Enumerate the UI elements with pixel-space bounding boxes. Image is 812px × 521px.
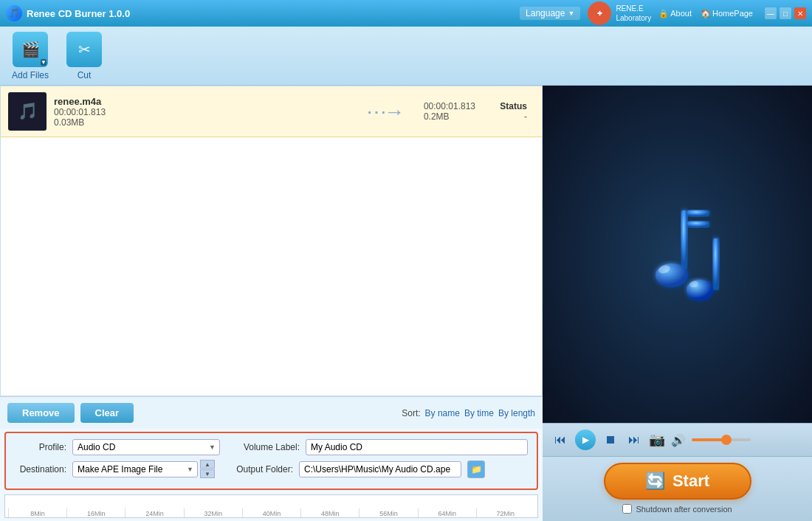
source-size: 0.03MB (54, 117, 344, 128)
about-btn[interactable]: 🔒 About (658, 9, 692, 18)
preview-area (543, 86, 812, 423)
right-panel: ⏮ ▶ ⏹ ⏭ 📷 🔊 🔄 Start Shutdown after conve… (543, 86, 812, 521)
close-button[interactable]: ✕ (794, 7, 806, 19)
start-label: Start (672, 472, 709, 491)
minimize-button[interactable]: — (765, 7, 777, 19)
left-panel: 🎵 renee.m4a 00:00:01.813 0.03MB ⋯→ 00:00… (0, 86, 543, 521)
app-logo: 🎵 (6, 5, 22, 21)
clear-button[interactable]: Clear (80, 403, 134, 423)
language-btn[interactable]: Language ▼ (520, 7, 580, 20)
rene-logo-text: RENE.ELaboratory (616, 4, 651, 23)
tick-24: 24Min (125, 508, 183, 517)
remove-button[interactable]: Remove (7, 403, 75, 423)
profile-label: Profile: (15, 442, 66, 452)
language-label: Language (526, 8, 565, 18)
app-title: Renee CD Burner 1.0.0 (27, 8, 520, 19)
action-bar: Remove Clear Sort: By name By time By le… (0, 396, 543, 429)
filename: renee.m4a (54, 96, 344, 107)
timeline-ticks: 8Min 16Min 24Min 32Min 40Min 48Min 56Min… (5, 495, 537, 517)
status-label: Status (483, 101, 527, 111)
destination-select-wrap: Make APE Image File (72, 461, 198, 477)
music-thumb-icon: 🎵 (18, 102, 38, 121)
player-controls: ⏮ ▶ ⏹ ⏭ 📷 🔊 (543, 423, 812, 456)
cut-icon: ✂ (78, 41, 91, 58)
up-button[interactable]: ▲ (200, 460, 215, 469)
start-button[interactable]: 🔄 Start (604, 463, 751, 500)
file-list: 🎵 renee.m4a 00:00:01.813 0.03MB ⋯→ 00:00… (0, 86, 543, 396)
up-down-buttons: ▲ ▼ (200, 460, 215, 478)
shutdown-option: Shutdown after conversion (622, 504, 732, 514)
cut-btn[interactable]: ✂ Cut (66, 32, 102, 80)
rene-logo: ✚ RENE.ELaboratory (588, 1, 651, 25)
volume-label-input[interactable] (306, 439, 528, 455)
tick-64: 64Min (418, 508, 476, 517)
svg-rect-0 (681, 210, 687, 269)
svg-point-4 (687, 280, 713, 300)
rene-logo-icon: ✚ (588, 1, 611, 25)
destination-controls: Make APE Image File ▲ ▼ (72, 460, 215, 478)
toolbar: 🎬 ▼ Add Files ✂ Cut (0, 27, 812, 86)
sort-by-name[interactable]: By name (425, 408, 460, 418)
volume-icon: 🔊 (671, 433, 686, 447)
shutdown-label: Shutdown after conversion (636, 505, 732, 514)
volume-label-text: Volume Label: (241, 442, 300, 452)
header-right: Language ▼ ✚ RENE.ELaboratory 🔒 About 🏠 … (520, 1, 806, 25)
cut-icon-wrap: ✂ (66, 32, 102, 67)
add-files-icon-wrap: 🎬 ▼ (13, 32, 48, 67)
sort-label: Sort: (402, 408, 420, 418)
destination-select[interactable]: Make APE Image File (72, 461, 198, 477)
play-button[interactable]: ▶ (575, 429, 596, 450)
file-thumbnail: 🎵 (8, 92, 47, 131)
add-files-icon: 🎬 (21, 41, 40, 58)
timeline: 8Min 16Min 24Min 32Min 40Min 48Min 56Min… (4, 494, 538, 518)
output-size: 0.2MB (424, 111, 475, 122)
sort-by-length[interactable]: By length (498, 408, 535, 418)
svg-point-3 (656, 263, 688, 287)
down-button[interactable]: ▼ (200, 469, 215, 478)
add-files-arrow: ▼ (41, 59, 47, 66)
tick-8: 8Min (8, 508, 66, 517)
refresh-icon: 🔄 (645, 472, 665, 491)
cut-label: Cut (78, 70, 92, 80)
add-files-label: Add Files (12, 70, 49, 80)
destination-row: Destination: Make APE Image File ▲ ▼ Out… (15, 460, 528, 478)
camera-button[interactable]: 📷 (649, 432, 665, 448)
browse-folder-button[interactable]: 📁 (467, 460, 485, 478)
tick-72: 72Min (476, 508, 534, 517)
source-time: 00:00:01.813 (54, 107, 344, 117)
tick-40: 40Min (242, 508, 300, 517)
file-arrow: ⋯→ (351, 100, 416, 124)
file-info: renee.m4a 00:00:01.813 0.03MB (54, 96, 344, 128)
about-home-area: 🔒 About 🏠 HomePage (658, 9, 753, 18)
titlebar: 🎵 Renee CD Burner 1.0.0 Language ▼ ✚ REN… (0, 0, 812, 27)
table-row[interactable]: 🎵 renee.m4a 00:00:01.813 0.03MB ⋯→ 00:00… (1, 86, 542, 137)
sort-by-time[interactable]: By time (464, 408, 494, 418)
homepage-btn[interactable]: 🏠 HomePage (701, 9, 753, 18)
output-time: 00:00:01.813 (424, 101, 475, 111)
maximize-button[interactable]: □ (780, 7, 791, 19)
output-folder-input[interactable] (299, 461, 461, 477)
language-dropdown-icon[interactable]: ▼ (568, 10, 574, 17)
sort-area: Sort: By name By time By length (402, 408, 535, 418)
stop-button[interactable]: ⏹ (602, 431, 619, 449)
tick-48: 48Min (300, 508, 359, 517)
next-button[interactable]: ⏭ (625, 431, 643, 449)
profile-select[interactable]: Audio CD (72, 439, 220, 455)
start-area: 🔄 Start Shutdown after conversion (543, 456, 812, 521)
file-output: 00:00:01.813 0.2MB (424, 101, 475, 122)
tick-32: 32Min (184, 508, 242, 517)
prev-button[interactable]: ⏮ (551, 431, 569, 449)
shutdown-checkbox[interactable] (622, 504, 632, 514)
add-files-btn[interactable]: 🎬 ▼ Add Files (12, 32, 49, 80)
music-note-3d (604, 181, 751, 328)
volume-slider[interactable] (692, 438, 751, 441)
svg-rect-1 (687, 210, 709, 216)
file-status: Status - (483, 101, 527, 122)
profile-select-wrap: Audio CD (72, 439, 220, 455)
status-value: - (483, 111, 527, 122)
tick-16: 16Min (66, 508, 125, 517)
destination-label: Destination: (15, 464, 66, 475)
main-content: 🎵 renee.m4a 00:00:01.813 0.03MB ⋯→ 00:00… (0, 86, 812, 521)
window-controls: — □ ✕ (765, 7, 806, 19)
options-panel: Profile: Audio CD Volume Label: Destinat… (4, 432, 538, 490)
